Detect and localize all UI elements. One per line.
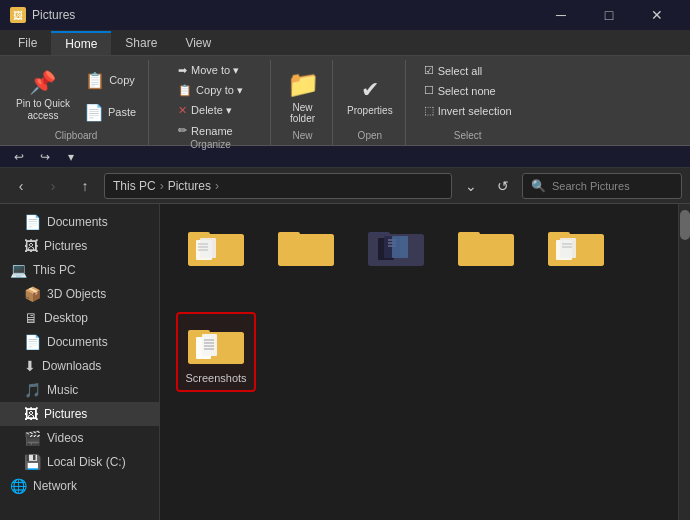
paste-label: Paste bbox=[108, 106, 136, 118]
sidebar-label-network: Network bbox=[33, 479, 77, 493]
select-all-label: Select all bbox=[438, 65, 483, 77]
folder-icon-3 bbox=[366, 222, 426, 270]
address-dropdown-button[interactable]: ⌄ bbox=[458, 173, 484, 199]
3d-objects-icon: 📦 bbox=[24, 286, 41, 302]
folder-item-screenshots[interactable]: Screenshots bbox=[176, 312, 256, 392]
rename-button[interactable]: ✏ Rename bbox=[172, 122, 239, 139]
pictures-fav-icon: 🖼 bbox=[24, 238, 38, 254]
delete-button[interactable]: ✕ Delete ▾ bbox=[172, 102, 238, 119]
path-sep-1: › bbox=[160, 179, 164, 193]
back-button[interactable]: ‹ bbox=[8, 173, 34, 199]
select-none-label: Select none bbox=[438, 85, 496, 97]
delete-label: Delete ▾ bbox=[191, 104, 232, 117]
copy-to-label: Copy to ▾ bbox=[196, 84, 243, 97]
sidebar-item-pictures[interactable]: 🖼 Pictures bbox=[0, 402, 159, 426]
select-group-label: Select bbox=[454, 130, 482, 143]
sidebar-item-pictures-fav[interactable]: 🖼 Pictures bbox=[0, 234, 159, 258]
select-all-button[interactable]: ☑ Select all bbox=[418, 62, 489, 79]
sidebar-item-desktop[interactable]: 🖥 Desktop bbox=[0, 306, 159, 330]
refresh-button[interactable]: ↺ bbox=[490, 173, 516, 199]
copy-button[interactable]: 📋 Copy bbox=[78, 65, 142, 95]
copy-icon: 📋 bbox=[85, 71, 105, 90]
ribbon-tabs: File Home Share View bbox=[0, 30, 690, 56]
minimize-button[interactable]: ─ bbox=[538, 0, 584, 30]
scrollbar-track[interactable] bbox=[678, 204, 690, 520]
folder-item-5[interactable] bbox=[536, 214, 616, 282]
rename-label: Rename bbox=[191, 125, 233, 137]
folder-icon-screenshots bbox=[186, 320, 246, 368]
up-button[interactable]: ↑ bbox=[72, 173, 98, 199]
folder-item-4[interactable] bbox=[446, 214, 526, 282]
copy-label: Copy bbox=[109, 74, 135, 86]
tab-share[interactable]: Share bbox=[111, 31, 171, 55]
folder-icon-2 bbox=[276, 222, 336, 270]
qat-dropdown-button[interactable]: ▾ bbox=[60, 148, 82, 166]
main-area: 📄 Documents 🖼 Pictures 💻 This PC 📦 3D Ob… bbox=[0, 204, 690, 520]
path-part-this-pc[interactable]: This PC bbox=[113, 179, 156, 193]
tab-view[interactable]: View bbox=[171, 31, 225, 55]
music-icon: 🎵 bbox=[24, 382, 41, 398]
path-part-pictures[interactable]: Pictures bbox=[168, 179, 211, 193]
sidebar-item-music[interactable]: 🎵 Music bbox=[0, 378, 159, 402]
invert-label: Invert selection bbox=[438, 105, 512, 117]
new-folder-icon: 📁 bbox=[287, 69, 319, 100]
sidebar-item-local-disk[interactable]: 💾 Local Disk (C:) bbox=[0, 450, 159, 474]
sidebar-item-downloads[interactable]: ⬇ Downloads bbox=[0, 354, 159, 378]
sidebar-item-documents[interactable]: 📄 Documents bbox=[0, 210, 159, 234]
network-icon: 🌐 bbox=[10, 478, 27, 494]
move-to-button[interactable]: ➡ Move to ▾ bbox=[172, 62, 245, 79]
pin-icon: 📌 bbox=[29, 70, 56, 96]
invert-selection-button[interactable]: ⬚ Invert selection bbox=[418, 102, 518, 119]
sidebar-item-videos[interactable]: 🎬 Videos bbox=[0, 426, 159, 450]
delete-icon: ✕ bbox=[178, 104, 187, 117]
search-box[interactable]: 🔍 Search Pictures bbox=[522, 173, 682, 199]
desktop-icon: 🖥 bbox=[24, 310, 38, 326]
copy-to-button[interactable]: 📋 Copy to ▾ bbox=[172, 82, 249, 99]
file-content: Screenshots bbox=[160, 204, 678, 520]
folder-item-3[interactable] bbox=[356, 214, 436, 282]
folder-icon-1 bbox=[186, 222, 246, 270]
svg-rect-19 bbox=[392, 236, 408, 258]
clipboard-group-label: Clipboard bbox=[55, 130, 98, 143]
paste-icon: 📄 bbox=[84, 103, 104, 122]
open-group-label: Open bbox=[358, 130, 382, 143]
sidebar-item-this-pc[interactable]: 💻 This PC bbox=[0, 258, 159, 282]
sidebar-item-3d-objects[interactable]: 📦 3D Objects bbox=[0, 282, 159, 306]
search-icon: 🔍 bbox=[531, 179, 546, 193]
local-disk-icon: 💾 bbox=[24, 454, 41, 470]
undo-button[interactable]: ↩ bbox=[8, 148, 30, 166]
folder-item-2[interactable] bbox=[266, 214, 346, 282]
sidebar-label-3d-objects: 3D Objects bbox=[47, 287, 106, 301]
organize-group-label: Organize bbox=[190, 139, 231, 152]
sidebar-item-network[interactable]: 🌐 Network bbox=[0, 474, 159, 498]
sidebar-label-pictures: Pictures bbox=[44, 407, 87, 421]
scrollbar-thumb[interactable] bbox=[680, 210, 690, 240]
title-bar: 🖼 Pictures ─ □ ✕ bbox=[0, 0, 690, 30]
window-controls: ─ □ ✕ bbox=[538, 0, 680, 30]
folder-item-1[interactable] bbox=[176, 214, 256, 282]
select-none-icon: ☐ bbox=[424, 84, 434, 97]
paste-button[interactable]: 📄 Paste bbox=[78, 97, 142, 127]
select-none-button[interactable]: ☐ Select none bbox=[418, 82, 502, 99]
move-to-label: Move to ▾ bbox=[191, 64, 239, 77]
redo-button[interactable]: ↪ bbox=[34, 148, 56, 166]
tab-file[interactable]: File bbox=[4, 31, 51, 55]
sidebar-item-documents2[interactable]: 📄 Documents bbox=[0, 330, 159, 354]
sidebar-label-documents: Documents bbox=[47, 215, 108, 229]
properties-button[interactable]: ✔ Properties bbox=[341, 65, 399, 127]
new-folder-button[interactable]: 📁 Newfolder bbox=[281, 65, 325, 127]
this-pc-icon: 💻 bbox=[10, 262, 27, 278]
sidebar-label-downloads: Downloads bbox=[42, 359, 101, 373]
videos-icon: 🎬 bbox=[24, 430, 41, 446]
pin-to-quick-access-button[interactable]: 📌 Pin to Quickaccess bbox=[10, 65, 76, 127]
tab-home[interactable]: Home bbox=[51, 31, 111, 55]
sidebar-label-videos: Videos bbox=[47, 431, 83, 445]
close-button[interactable]: ✕ bbox=[634, 0, 680, 30]
sidebar-label-music: Music bbox=[47, 383, 78, 397]
ribbon-group-organize: ➡ Move to ▾ 📋 Copy to ▾ ✕ Delete ▾ ✏ Ren… bbox=[151, 60, 271, 145]
forward-button[interactable]: › bbox=[40, 173, 66, 199]
address-path[interactable]: This PC › Pictures › bbox=[104, 173, 452, 199]
svg-rect-34 bbox=[202, 334, 217, 356]
maximize-button[interactable]: □ bbox=[586, 0, 632, 30]
sidebar-label-this-pc: This PC bbox=[33, 263, 76, 277]
